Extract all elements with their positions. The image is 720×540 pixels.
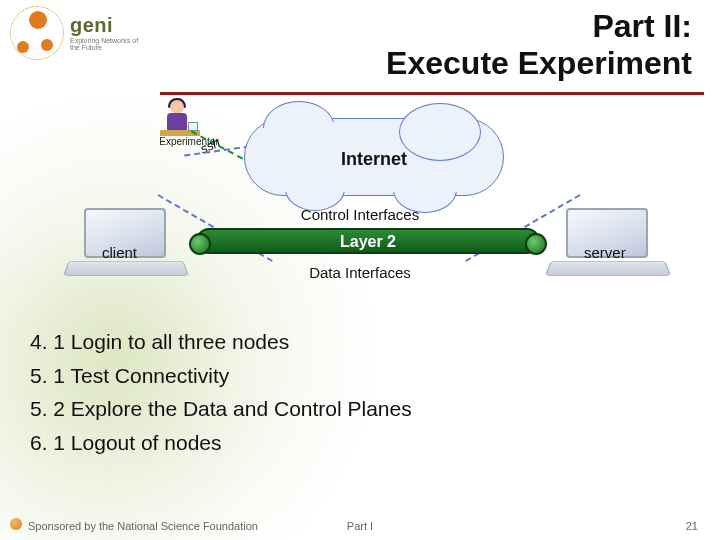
footer-page-number: 21 <box>686 520 698 532</box>
logo-text: geni Exploring Networks of the Future <box>70 15 140 51</box>
client-label: client <box>102 244 137 261</box>
server-label: server <box>584 244 626 261</box>
logo-brand: geni <box>70 15 140 35</box>
logo-tagline: Exploring Networks of the Future <box>70 37 140 51</box>
slide-title: Part II: Execute Experiment <box>386 8 692 82</box>
title-line2: Execute Experiment <box>386 45 692 82</box>
step-item: 4. 1 Login to all three nodes <box>30 326 690 358</box>
internet-cloud: Internet <box>244 118 504 196</box>
cloud-label: Internet <box>245 149 503 170</box>
step-item: 5. 1 Test Connectivity <box>30 360 690 392</box>
footer: Sponsored by the National Science Founda… <box>0 512 720 532</box>
steps-list: 4. 1 Login to all three nodes 5. 1 Test … <box>30 324 690 460</box>
diagram: Experimenter ssh Internet Control Interf… <box>0 100 720 315</box>
logo: geni Exploring Networks of the Future <box>10 6 140 60</box>
step-item: 5. 2 Explore the Data and Control Planes <box>30 393 690 425</box>
title-underline <box>160 92 704 95</box>
step-item: 6. 1 Logout of nodes <box>30 427 690 459</box>
logo-mark-icon <box>10 6 64 60</box>
title-line1: Part II: <box>386 8 692 45</box>
data-interfaces-label: Data Interfaces <box>0 264 720 281</box>
layer2-link: Layer 2 <box>196 228 540 254</box>
footer-center: Part I <box>0 520 720 532</box>
